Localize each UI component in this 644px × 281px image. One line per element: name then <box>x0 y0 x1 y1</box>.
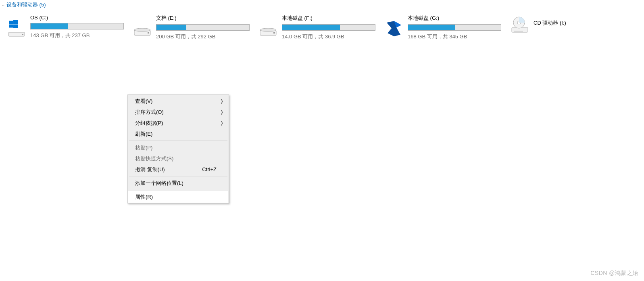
usage-bar <box>408 24 501 31</box>
svg-rect-1 <box>22 34 23 35</box>
menu-label: 粘贴(P) <box>135 144 152 151</box>
drive-c[interactable]: OS (C:) 143 GB 可用，共 237 GB <box>6 12 132 40</box>
drive-subtext: 168 GB 可用，共 345 GB <box>408 33 501 40</box>
menu-undo-copy[interactable]: 撤消 复制(U) Ctrl+Z <box>129 164 228 175</box>
menu-label: 撤消 复制(U) <box>135 166 165 173</box>
drive-f[interactable]: 本地磁盘 (F:) 14.0 GB 可用，共 36.9 GB <box>258 12 383 40</box>
drive-i-cd[interactable]: CD 驱动器 (I:) <box>509 12 635 40</box>
menu-shortcut: Ctrl+Z <box>202 166 217 172</box>
menu-label: 刷新(E) <box>135 130 152 138</box>
usage-fill <box>31 23 68 29</box>
svg-rect-5 <box>13 25 18 29</box>
section-title: 设备和驱动器 (5) <box>6 1 46 8</box>
menu-group[interactable]: 分组依据(P) ❯ <box>129 117 228 128</box>
menu-label: 属性(R) <box>135 193 153 201</box>
svg-rect-10 <box>273 32 275 34</box>
menu-label: 排序方式(O) <box>135 109 164 116</box>
menu-separator <box>129 190 227 190</box>
usage-bar <box>30 23 124 29</box>
chevron-down-icon: ⌄ <box>2 3 5 6</box>
chevron-right-icon: ❯ <box>221 109 223 115</box>
usage-fill <box>408 25 455 30</box>
drive-title: CD 驱动器 (I:) <box>534 19 566 27</box>
context-menu: 查看(V) ❯ 排序方式(O) ❯ 分组依据(P) ❯ 刷新(E) 粘贴(P) … <box>127 94 229 203</box>
drive-subtext: 200 GB 可用，共 292 GB <box>156 33 250 40</box>
menu-paste-shortcut: 粘贴快捷方式(S) <box>129 153 228 164</box>
menu-separator <box>129 140 227 141</box>
svg-rect-2 <box>9 21 13 24</box>
menu-sort[interactable]: 排序方式(O) ❯ <box>129 107 228 117</box>
cd-drive-icon <box>509 15 530 36</box>
menu-view[interactable]: 查看(V) ❯ <box>129 96 228 107</box>
drive-title: OS (C:) <box>30 15 124 21</box>
hdd-icon <box>132 18 153 39</box>
drive-title: 本地磁盘 (F:) <box>282 15 375 22</box>
chevron-right-icon: ❯ <box>221 99 223 104</box>
menu-paste: 粘贴(P) <box>129 142 228 153</box>
watermark-text: CSDN @鸿蒙之始 <box>590 270 638 277</box>
svg-rect-3 <box>13 20 18 24</box>
usage-bar <box>282 24 375 31</box>
hdd-icon <box>258 18 279 39</box>
drive-subtext: 143 GB 可用，共 237 GB <box>30 32 124 39</box>
menu-label: 分组依据(P) <box>135 120 163 127</box>
drive-e[interactable]: 文档 (E:) 200 GB 可用，共 292 GB <box>132 12 258 40</box>
menu-label: 查看(V) <box>135 98 152 105</box>
chevron-right-icon: ❯ <box>221 120 223 126</box>
drives-row: OS (C:) 143 GB 可用，共 237 GB 文档 (E:) 200 G… <box>6 12 638 40</box>
usage-bar <box>156 24 250 31</box>
usage-fill <box>156 25 186 30</box>
section-header[interactable]: ⌄ 设备和驱动器 (5) <box>2 1 46 8</box>
drive-subtext: 14.0 GB 可用，共 36.9 GB <box>282 33 375 40</box>
menu-label: 添加一个网络位置(L) <box>135 180 183 187</box>
svg-point-8 <box>134 28 150 31</box>
svg-rect-7 <box>148 32 149 34</box>
drive-g[interactable]: 本地磁盘 (G:) 168 GB 可用，共 345 GB <box>383 12 509 40</box>
svg-rect-13 <box>514 31 523 31</box>
svg-rect-4 <box>9 25 13 28</box>
svg-point-11 <box>260 28 276 31</box>
bird-logo-icon <box>383 18 404 39</box>
menu-refresh[interactable]: 刷新(E) <box>129 128 228 139</box>
usage-fill <box>282 25 340 30</box>
menu-separator <box>129 176 227 176</box>
menu-add-network-location[interactable]: 添加一个网络位置(L) <box>129 178 228 189</box>
drive-title: 文档 (E:) <box>156 15 250 22</box>
windows-drive-icon <box>6 18 27 39</box>
drive-title: 本地磁盘 (G:) <box>408 15 501 22</box>
menu-label: 粘贴快捷方式(S) <box>135 155 173 162</box>
menu-properties[interactable]: 属性(R) <box>129 191 228 202</box>
